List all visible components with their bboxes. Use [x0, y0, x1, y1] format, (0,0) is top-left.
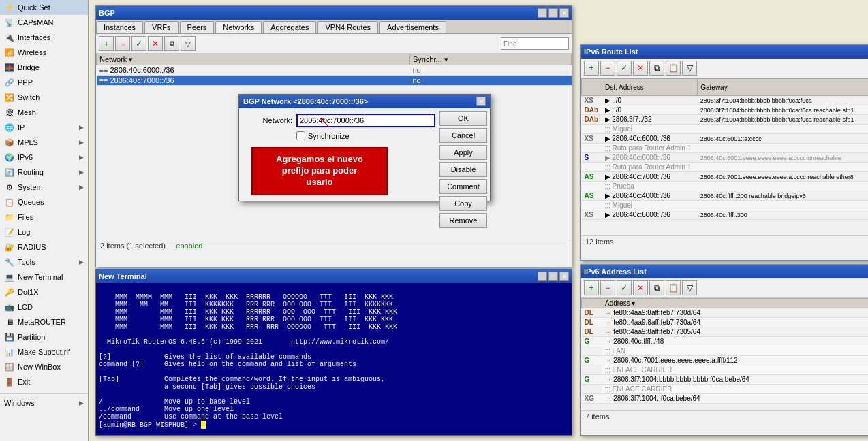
table-row[interactable]: DL → fe80::4aa9:8aff:feb7:730a/64: [582, 318, 869, 327]
sidebar-item-windows[interactable]: Windows ▶: [0, 397, 88, 409]
tab-instances[interactable]: Instances: [96, 21, 143, 33]
table-row[interactable]: S ▶ 2806:40c:6000::/36 2806:40c:6001:eee…: [582, 153, 869, 163]
bgp-disable-button[interactable]: ✕: [148, 36, 163, 51]
sidebar-item-quick-set[interactable]: ⚡ Quick Set: [0, 0, 88, 15]
table-row[interactable]: AS ▶ 2806:40c:7000::/36 2806:40c:7001:ee…: [582, 172, 869, 182]
table-row-comment: ;;; ENLACE CARRIER: [582, 365, 869, 375]
table-row[interactable]: G → 2806:3f7:1004:bbbb:bbbb:bbbb:f0ca:be…: [582, 375, 869, 385]
dialog-close-button[interactable]: ✕: [476, 97, 486, 106]
ipv6-route-paste-button[interactable]: 📋: [666, 61, 681, 76]
col-network[interactable]: Network ▾: [97, 54, 410, 65]
tab-vpn4-routes[interactable]: VPN4 Routes: [317, 21, 378, 33]
sidebar-item-lcd[interactable]: 📺 LCD: [0, 299, 88, 314]
addr-flag: XG: [585, 395, 594, 402]
table-row[interactable]: XS ▶ 2806:40c:6000::/36 2806:40c:ffff::3…: [582, 210, 869, 220]
dialog-cancel-button[interactable]: Cancel: [439, 128, 487, 143]
ipv6-addr-copy-button[interactable]: ⧉: [649, 280, 664, 295]
ipv6-route-remove-button[interactable]: −: [600, 61, 615, 76]
terminal-prompt: [admin@RB BGP WISPHUB] >: [99, 421, 201, 429]
ipv6-addr-disable-button[interactable]: ✕: [633, 280, 648, 295]
table-row[interactable]: XG → 2806:3f7:1004::f0ca:bebe/64: [582, 394, 869, 404]
sidebar-item-new-winbox[interactable]: 🪟 New WinBox: [0, 359, 88, 374]
sidebar-item-switch[interactable]: 🔀 Switch: [0, 90, 88, 105]
ipv6-route-copy-button[interactable]: ⧉: [649, 61, 664, 76]
col-dst-address[interactable]: Dst. Address: [602, 79, 698, 96]
dialog-copy-button[interactable]: Copy: [439, 196, 487, 211]
terminal-close-button[interactable]: ✕: [559, 272, 569, 281]
ipv6-addr-enable-button[interactable]: ✓: [617, 280, 632, 295]
col-gateway[interactable]: Gateway: [698, 79, 868, 96]
bgp-add-button[interactable]: +: [99, 36, 114, 51]
bgp-copy-button[interactable]: ⧉: [164, 36, 179, 51]
table-row[interactable]: ≡≡ 2806:40c:7000::/36 no: [97, 76, 572, 86]
sidebar-item-metarouter[interactable]: 🖥 MetaROUTER: [0, 314, 88, 329]
sidebar-item-make-supout[interactable]: 📊 Make Supout.rif: [0, 344, 88, 359]
table-row[interactable]: DL → fe80::4aa9:8aff:feb7:7305/64: [582, 327, 869, 337]
ipv6-addr-remove-button[interactable]: −: [600, 280, 615, 295]
ipv6-addr-add-button[interactable]: +: [584, 280, 599, 295]
sidebar-item-mesh[interactable]: 🕸 Mesh: [0, 105, 88, 120]
sidebar-item-queues[interactable]: 📋 Queues: [0, 195, 88, 210]
sidebar-item-dot1x[interactable]: 🔑 Dot1X: [0, 284, 88, 299]
dialog-disable-button[interactable]: Disable: [439, 162, 487, 177]
dialog-apply-button[interactable]: Apply: [439, 145, 487, 160]
bgp-minimize-button[interactable]: _: [538, 8, 547, 18]
bgp-enable-button[interactable]: ✓: [131, 36, 146, 51]
sidebar-item-interfaces[interactable]: 🔌 Interfaces: [0, 30, 88, 45]
sidebar-item-bridge[interactable]: 🌉 Bridge: [0, 60, 88, 75]
table-row[interactable]: AS ▶ 2806:40c:4000::/36 2806:40c:ffff::2…: [582, 191, 869, 201]
sidebar-item-log[interactable]: 📝 Log: [0, 225, 88, 240]
sidebar-item-ip[interactable]: 🌐 IP ▶: [0, 120, 88, 135]
ipv6-route-disable-button[interactable]: ✕: [633, 61, 648, 76]
tab-peers[interactable]: Peers: [180, 21, 215, 33]
ipv6-route-add-button[interactable]: +: [584, 61, 599, 76]
terminal-content[interactable]: MMM MMMM MMM III KKK KKK RRRRRR OOOOOO T…: [96, 283, 572, 435]
sidebar-item-partition[interactable]: 💾 Partition: [0, 329, 88, 344]
bgp-maximize-button[interactable]: □: [548, 8, 558, 18]
sidebar-item-system[interactable]: ⚙ System ▶: [0, 180, 88, 195]
dialog-comment-button[interactable]: Comment: [439, 179, 487, 194]
tab-aggregates[interactable]: Aggregates: [263, 21, 316, 33]
table-row[interactable]: XS ▶ 2806:40c:6000::/36 2806:40c:6001::a…: [582, 134, 869, 144]
tab-advertisements[interactable]: Advertisements: [379, 21, 446, 33]
sidebar-item-new-terminal[interactable]: 💻 New Terminal: [0, 270, 88, 284]
sidebar-item-ipv6[interactable]: 🌍 IPv6 ▶: [0, 150, 88, 165]
dialog-ok-button[interactable]: OK: [439, 111, 487, 126]
sidebar-item-mpls[interactable]: 📦 MPLS ▶: [0, 135, 88, 150]
ipv6-route-filter-button[interactable]: ▽: [682, 61, 697, 76]
capsman-icon: 📡: [4, 17, 15, 28]
tab-vrfs[interactable]: VRFs: [144, 21, 179, 33]
bgp-filter-button[interactable]: ▽: [181, 36, 196, 51]
terminal-minimize-button[interactable]: _: [538, 272, 547, 281]
ipv6-route-title: IPv6 Route List: [584, 48, 868, 56]
bgp-close-button[interactable]: ✕: [559, 8, 569, 18]
ipv6-addr-paste-button[interactable]: 📋: [666, 280, 681, 295]
ipv6-route-enable-button[interactable]: ✓: [617, 61, 632, 76]
table-row[interactable]: DAb ▶ ::/0 2806:3f7:1004:bbbb:bbbb:bbbb:…: [582, 105, 869, 115]
table-row[interactable]: DAb ▶ 2806:3f7::/32 2806:3f7:1004:bbbb:b…: [582, 115, 869, 125]
table-row[interactable]: DL → fe80::4aa9:8aff:feb7:730d/64: [582, 308, 869, 318]
col-addr-flag[interactable]: [582, 299, 602, 308]
ipv6-addr-filter-button[interactable]: ▽: [682, 280, 697, 295]
col-flag[interactable]: [582, 79, 602, 96]
sidebar-item-exit[interactable]: 🚪 Exit: [0, 374, 88, 389]
col-synchr[interactable]: Synchr... ▾: [409, 54, 571, 65]
bgp-find-input[interactable]: [501, 37, 569, 50]
table-row[interactable]: G → 2806:40c:7001:eeee:eeee:eeee:a:ffff/…: [582, 356, 869, 365]
bgp-remove-button[interactable]: −: [115, 36, 130, 51]
sidebar-item-routing[interactable]: 🔄 Routing ▶: [0, 165, 88, 180]
sidebar-item-wireless[interactable]: 📶 Wireless: [0, 45, 88, 60]
synchronize-checkbox[interactable]: [296, 131, 305, 140]
tab-networks[interactable]: Networks: [215, 21, 262, 33]
sidebar-item-capsman[interactable]: 📡 CAPsMAN: [0, 15, 88, 30]
terminal-maximize-button[interactable]: □: [548, 272, 558, 281]
table-row[interactable]: G → 2806:40c:ffff::/48: [582, 337, 869, 346]
table-row[interactable]: ≡≡ 2806:40c:6000::/36 no: [97, 65, 572, 76]
sidebar-item-tools[interactable]: 🔧 Tools ▶: [0, 255, 88, 270]
sidebar-item-ppp[interactable]: 🔗 PPP: [0, 75, 88, 90]
col-address[interactable]: Address ▾: [602, 299, 869, 308]
sidebar-item-radius[interactable]: 🔐 RADIUS: [0, 240, 88, 255]
table-row[interactable]: XS ▶ ::/0 2806:3f7:1004:bbbb:bbbb:bbbb:f…: [582, 96, 869, 105]
dialog-remove-button[interactable]: Remove: [439, 213, 487, 228]
sidebar-item-files[interactable]: 📁 Files: [0, 210, 88, 225]
